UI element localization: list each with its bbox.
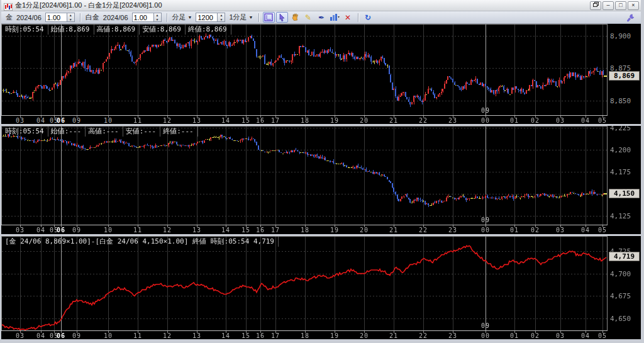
platinum-multiplier-spin-buttons: ▲ ▼ — [153, 13, 161, 21]
bar-count-input[interactable] — [196, 13, 217, 21]
toolbar: 金 2024/06 ▲ ▼ 白金 2024/06 ▲ ▼ 分足 ▼ ▲ — [1, 11, 641, 24]
time-tick-label: 17 — [271, 117, 280, 124]
refresh-button[interactable]: ↻ — [362, 12, 374, 23]
time-tick-label: 12 — [163, 117, 172, 124]
spread-plot[interactable]: [金 24/06 8,869×1.00]-[白金 24/06 4,150×1.0… — [1, 236, 608, 331]
platinum-plot[interactable]: 時刻:05:54始値:---高値:---安値:---終値:--- 09 — [1, 126, 608, 225]
gold-time-axis: 0304050609101112131415161718192021222300… — [1, 116, 641, 124]
time-tick-label: 18 — [301, 117, 309, 124]
titlebar: 金1分足[2024/06]1.00 - 白金1分足[2024/06]1.00 –… — [1, 0, 641, 11]
header-field: [金 24/06 8,869×1.00]-[白金 24/06 4,150×1.0… — [3, 237, 279, 247]
time-tick-label: 01 — [510, 117, 519, 124]
spin-down-icon[interactable]: ▼ — [67, 18, 74, 22]
day-change-marker: 09 — [481, 322, 490, 329]
app-icon — [4, 2, 13, 9]
time-tick-label: 00 — [481, 117, 490, 124]
chart-style-dropdown-button[interactable] — [329, 12, 341, 23]
time-tick-label: 09 — [72, 227, 81, 233]
chart-panel-gold: 時刻:05:54始値:8,869高値:8,869安値:8,869終値:8,869… — [1, 24, 641, 124]
pencil-tool-button[interactable]: ✎ — [303, 12, 314, 23]
toolbar-separator — [358, 13, 358, 22]
crosshair-tool-button[interactable] — [263, 12, 275, 23]
pan-tool-button[interactable] — [289, 12, 301, 23]
close-button[interactable]: × — [628, 1, 639, 10]
header-field: 時刻:05:54 — [3, 25, 48, 35]
settings-wrench-button[interactable] — [625, 13, 636, 23]
time-tick-label: 18 — [301, 332, 309, 339]
time-tick-label: 21 — [389, 332, 398, 339]
price-tick-label: 4,700 — [610, 270, 631, 278]
float-window-button[interactable] — [590, 1, 601, 10]
gold-plot[interactable]: 時刻:05:54始値:8,869高値:8,869安値:8,869終値:8,869… — [1, 24, 608, 116]
time-tick-label: 04 — [36, 117, 45, 124]
bar-count-spin-buttons: ▲ ▼ — [217, 13, 225, 21]
platinum-contract-month: 2024/06 — [103, 14, 128, 21]
header-field: 時刻:05:54 — [3, 127, 48, 137]
price-tick-label: 4,125 — [610, 212, 631, 220]
gold-candle-canvas[interactable] — [1, 24, 608, 116]
time-tick-label: 09 — [72, 117, 81, 124]
time-tick-label: 03 — [556, 227, 565, 233]
day-change-marker: 09 — [481, 107, 490, 114]
app-window: 金1分足[2024/06]1.00 - 白金1分足[2024/06]1.00 –… — [0, 0, 644, 343]
chart-panel-spread: [金 24/06 8,869×1.00]-[白金 24/06 4,150×1.0… — [1, 236, 641, 339]
time-tick-label: 00 — [481, 227, 490, 233]
bar-interval-dropdown[interactable]: 1分足 ▼ — [229, 13, 253, 22]
gold-contract-month: 2024/06 — [16, 14, 42, 21]
time-tick-label: 12 — [163, 332, 172, 339]
chart-panel-platinum: 時刻:05:54始値:---高値:---安値:---終値:--- 09 0304… — [1, 126, 641, 234]
price-tick-label: 4,675 — [610, 292, 631, 300]
spin-down-icon[interactable]: ▼ — [154, 18, 161, 22]
price-tick-label: 8,900 — [610, 32, 631, 40]
price-tick-label: 4,175 — [610, 168, 631, 176]
time-tick-label: 13 — [192, 332, 201, 339]
time-tick-label: 13 — [192, 227, 201, 233]
time-tick-label: 16 — [256, 117, 265, 124]
select-tool-button[interactable] — [276, 12, 288, 23]
minimize-button[interactable]: – — [602, 1, 614, 10]
toolbar-separator — [80, 13, 80, 22]
time-tick-label: 16 — [256, 332, 265, 339]
time-tick-label: 22 — [419, 332, 428, 339]
chevron-down-icon: ▼ — [249, 15, 253, 20]
wrench-icon — [626, 14, 635, 22]
spread-line-canvas[interactable] — [1, 236, 608, 331]
last-price-badge: 4,150 — [609, 189, 640, 198]
time-tick-label: 03 — [556, 117, 565, 124]
time-tick-label: 02 — [531, 332, 540, 339]
time-tick-label: 05 — [598, 332, 607, 339]
spread-header: [金 24/06 8,869×1.00]-[白金 24/06 4,150×1.0… — [3, 237, 279, 247]
time-tick-label: 17 — [271, 227, 280, 233]
pen-tool-button[interactable]: ✒ — [316, 12, 328, 23]
window-controls: – □ × — [590, 1, 639, 10]
time-tick-label: 15 — [242, 227, 250, 233]
time-tick-label: 22 — [419, 117, 428, 124]
time-tick-label: 04 — [581, 332, 590, 339]
time-tick-label: 01 — [510, 227, 519, 233]
cursor-arrow-icon — [279, 13, 286, 21]
platinum-candle-canvas[interactable] — [1, 126, 608, 225]
time-tick-label: 14 — [221, 332, 230, 339]
delete-tool-button[interactable]: ✕ — [342, 12, 354, 23]
spin-down-icon[interactable]: ▼ — [218, 18, 225, 22]
time-tick-label: 03 — [16, 227, 25, 233]
toolbar-separator — [258, 13, 259, 22]
header-field: 安値:--- — [123, 127, 161, 137]
time-tick-label: 20 — [360, 227, 369, 233]
maximize-button[interactable]: □ — [615, 1, 626, 10]
platinum-multiplier-input[interactable] — [133, 13, 153, 21]
header-field: 始値:8,869 — [48, 25, 94, 35]
time-tick-label: 18 — [301, 227, 309, 233]
time-tick-label: 04 — [36, 227, 45, 233]
time-tick-label: 05 — [598, 227, 607, 233]
bar-type-dropdown[interactable]: 分足 ▼ — [172, 13, 192, 22]
gold-price-axis: 8,9008,8758,8508,869 — [608, 24, 641, 124]
time-tick-label: 10 — [104, 227, 113, 233]
gold-multiplier-input[interactable] — [46, 13, 67, 21]
time-tick-label: 04 — [581, 117, 590, 124]
time-tick-label: 01 — [510, 332, 519, 339]
time-tick-label: 15 — [242, 117, 250, 124]
time-tick-label: 05 — [598, 117, 607, 124]
time-tick-label: 21 — [389, 227, 398, 233]
time-tick-label: 11 — [133, 332, 142, 339]
